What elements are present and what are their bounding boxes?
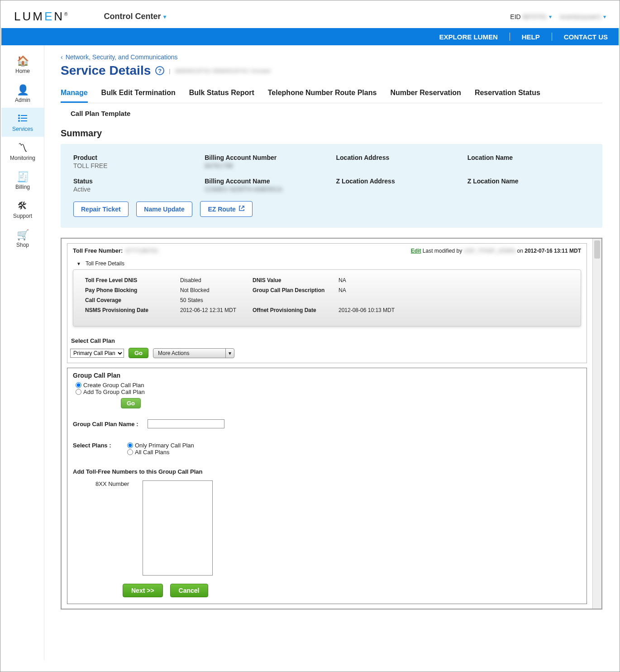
- tn-label: 8XX Number: [95, 480, 136, 487]
- page-title: Service Details: [61, 63, 151, 78]
- external-link-icon: [238, 205, 245, 213]
- page-subtitle-meta: 88889528702 88889528702 October: [175, 67, 272, 74]
- all-call-plans-radio[interactable]: [127, 449, 133, 455]
- next-button[interactable]: Next >>: [123, 584, 163, 597]
- more-actions-dropdown[interactable]: More Actions ▾: [153, 348, 234, 358]
- tab-tn-route-plans[interactable]: Telephone Number Route Plans: [268, 86, 377, 103]
- z-loc-addr-label: Z Location Address: [336, 178, 458, 185]
- ban-label: Billing Account Number: [205, 154, 327, 161]
- offnet-prov-value: 2012-08-06 10:13 MDT: [339, 307, 420, 313]
- add-tf-heading: Add Toll-Free Numbers to this Group Call…: [73, 468, 581, 475]
- only-primary-radio[interactable]: [127, 442, 133, 448]
- create-gcp-radio[interactable]: [76, 382, 81, 388]
- payphone-label: Pay Phone Blocking: [85, 287, 176, 293]
- toll-free-number-value: 8777196702: [125, 247, 158, 254]
- add-to-gcp-label: Add To Group Call Plan: [83, 389, 145, 395]
- sidebar-item-label: Shop: [16, 242, 29, 248]
- sidebar-item-shop[interactable]: 🛒 Shop: [1, 224, 44, 253]
- sidebar-item-label: Support: [13, 213, 32, 219]
- tab-number-reservation[interactable]: Number Reservation: [390, 86, 461, 103]
- dnis-level-label: Toll Free Level DNIS: [85, 277, 176, 283]
- tn-list-textarea[interactable]: [143, 480, 213, 576]
- sidebar-item-admin[interactable]: 👤 Admin: [1, 79, 44, 108]
- summary-heading: Summary: [61, 128, 602, 139]
- toll-free-details-title: Toll Free Details: [86, 260, 124, 267]
- app-switcher[interactable]: Control Center ▾: [104, 12, 166, 21]
- invoice-icon: 🧾: [1, 172, 44, 182]
- sidebar-item-label: Billing: [15, 184, 30, 190]
- sidebar-item-label: Monitoring: [10, 155, 35, 161]
- home-icon: 🏠: [1, 56, 44, 66]
- toll-free-number-label: Toll Free Number:: [73, 247, 123, 254]
- sidebar-item-monitoring[interactable]: 〽 Monitoring: [1, 137, 44, 166]
- name-update-button[interactable]: Name Update: [136, 202, 192, 217]
- group-call-plan-heading: Group Call Plan: [73, 372, 581, 379]
- ba-name-value: COMEX NORTH AMERICA: [205, 186, 327, 193]
- dnis-level-value: Disabled: [180, 277, 248, 283]
- eid-label: EID: [510, 13, 520, 20]
- nsms-prov-label: NSMS Provisioning Date: [85, 307, 176, 313]
- divider: [510, 33, 510, 41]
- gcp-go-button[interactable]: Go: [121, 398, 141, 408]
- breadcrumb[interactable]: ‹ Network, Security, and Communications: [61, 53, 602, 61]
- eid-value: 8870701: [523, 13, 548, 20]
- svg-point-4: [18, 120, 20, 122]
- product-value: TOLL FREE: [73, 162, 196, 169]
- cart-icon: 🛒: [1, 230, 44, 240]
- cancel-button[interactable]: Cancel: [170, 584, 208, 597]
- gcp-desc-label: Group Call Plan Description: [253, 287, 334, 293]
- user-selector[interactable]: inventoryuser1 ▾: [560, 13, 606, 20]
- ba-name-label: Billing Account Name: [205, 178, 327, 185]
- status-label: Status: [73, 178, 196, 185]
- toll-free-details-toggle[interactable]: ▼ Toll Free Details: [67, 258, 587, 267]
- edit-link[interactable]: Edit: [411, 248, 421, 254]
- gcp-name-label: Group Call Plan Name :: [73, 421, 148, 427]
- go-button[interactable]: Go: [129, 348, 148, 358]
- dnis-value-value: NA: [339, 277, 420, 283]
- svg-point-0: [18, 115, 20, 116]
- sidebar-item-services[interactable]: Services: [1, 108, 44, 137]
- tab-call-plan-template[interactable]: Call Plan Template: [71, 107, 130, 122]
- contact-us-link[interactable]: CONTACT US: [561, 33, 610, 41]
- tab-bulk-status-report[interactable]: Bulk Status Report: [189, 86, 254, 103]
- list-icon: [1, 114, 44, 124]
- payphone-value: Not Blocked: [180, 287, 248, 293]
- app-switcher-label: Control Center: [104, 12, 161, 21]
- chevron-left-icon: ‹: [61, 53, 63, 61]
- sidebar-item-billing[interactable]: 🧾 Billing: [1, 166, 44, 195]
- sidebar-item-support[interactable]: 🛠 Support: [1, 195, 44, 224]
- ez-route-label: EZ Route: [208, 206, 235, 213]
- last-mod-on: on: [517, 248, 523, 254]
- call-plan-select[interactable]: Primary Call Plan: [70, 349, 124, 358]
- help-link[interactable]: HELP: [519, 33, 543, 41]
- brand-logo: LUMEN®: [14, 10, 67, 24]
- summary-card: Product TOLL FREE Billing Account Number…: [61, 144, 602, 228]
- product-label: Product: [73, 154, 196, 161]
- last-mod-date: 2012-07-16 13:11 MDT: [525, 248, 581, 254]
- user-value: inventoryuser1: [560, 13, 601, 20]
- eid-selector[interactable]: EID 8870701 ▾: [510, 13, 552, 20]
- svg-rect-1: [21, 115, 27, 116]
- tab-bulk-edit-termination[interactable]: Bulk Edit Termination: [101, 86, 176, 103]
- breadcrumb-label: Network, Security, and Communications: [66, 53, 178, 61]
- create-gcp-label: Create Group Call Plan: [83, 382, 144, 389]
- offnet-prov-label: Offnet Provisioning Date: [253, 307, 334, 313]
- help-icon[interactable]: ?: [155, 66, 164, 75]
- sidebar-item-label: Services: [12, 126, 33, 132]
- tab-reservation-status[interactable]: Reservation Status: [475, 86, 540, 103]
- nsms-prov-value: 2012-06-12 12:31 MDT: [180, 307, 248, 313]
- explore-lumen-link[interactable]: EXPLORE LUMEN: [437, 33, 501, 41]
- ez-route-button[interactable]: EZ Route: [200, 201, 252, 217]
- repair-ticket-button[interactable]: Repair Ticket: [73, 202, 129, 217]
- divider: |: [169, 67, 170, 74]
- chevron-down-icon: ▾: [549, 14, 552, 20]
- z-loc-name-label: Z Location Name: [467, 178, 590, 185]
- scrollbar[interactable]: [592, 239, 601, 609]
- gcp-name-input[interactable]: [148, 419, 224, 428]
- tab-manage[interactable]: Manage: [61, 86, 88, 103]
- dnis-value-label: DNIS Value: [253, 277, 334, 283]
- sidebar-item-home[interactable]: 🏠 Home: [1, 50, 44, 79]
- pulse-icon: 〽: [1, 143, 44, 153]
- add-to-gcp-radio[interactable]: [76, 389, 81, 395]
- last-mod-user: USP_TF/DIP_ADMIN: [464, 248, 516, 254]
